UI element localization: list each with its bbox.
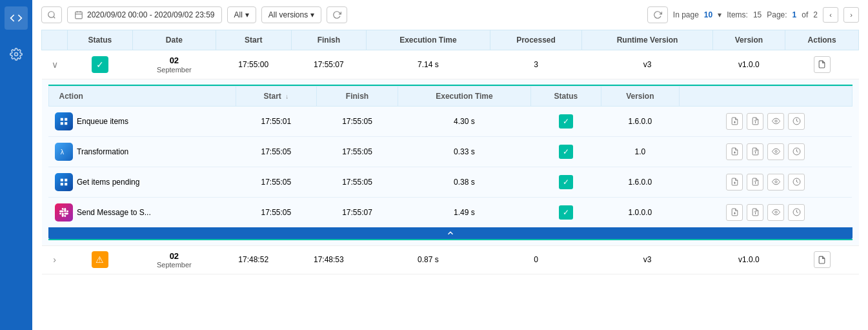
view-detail-button[interactable]	[767, 143, 784, 160]
view-log-button-2[interactable]	[814, 251, 831, 268]
start-cell: 17:48:52	[216, 245, 291, 274]
view-log-button[interactable]	[814, 56, 831, 73]
col-expand	[42, 30, 68, 50]
sub-table: Action Start ↓ Finish Execution Time Sta…	[48, 86, 853, 227]
filter-all-button[interactable]: All ▾	[227, 6, 256, 23]
svg-point-29	[775, 181, 777, 183]
enqueue-label: Enqueue items	[77, 117, 128, 126]
grid-icon	[59, 117, 68, 126]
sub-status: ✓	[531, 197, 601, 227]
exec-time-cell: 0.87 s	[367, 245, 490, 274]
sub-col-version: Version	[601, 86, 679, 106]
view-icon	[772, 178, 780, 186]
view-detail-button[interactable]	[767, 204, 784, 221]
metrics-button[interactable]	[788, 143, 805, 160]
view-detail-button[interactable]	[767, 174, 784, 191]
col-runtime-version: Runtime Version	[582, 30, 712, 50]
status-badge-success: ✓	[92, 56, 108, 73]
input-log-button[interactable]	[726, 113, 743, 130]
version-cell: v1.0.0	[712, 245, 785, 274]
refresh-icon	[653, 10, 662, 19]
sub-col-start: Start ↓	[236, 86, 317, 106]
output-log-button[interactable]	[747, 143, 763, 160]
date-range-button[interactable]: 2020/09/02 00:00 - 2020/09/02 23:59	[67, 6, 222, 23]
refresh-button[interactable]	[647, 6, 668, 23]
row-action-buttons	[792, 251, 853, 268]
status-cell: ✓	[68, 50, 133, 79]
finish-cell: 17:48:53	[291, 245, 367, 274]
input-log-button[interactable]	[726, 143, 743, 160]
expand-button[interactable]: ›	[53, 254, 56, 265]
metrics-button[interactable]	[788, 204, 805, 221]
svg-rect-24	[61, 183, 63, 185]
sub-status-badge: ✓	[559, 175, 573, 189]
sub-table-row: Enqueue items 17:55:01 17:55:05 4.30 s ✓…	[48, 106, 852, 136]
output-log-button[interactable]	[747, 204, 763, 221]
date-number: 02	[139, 56, 209, 66]
date-cell: 02 September	[132, 245, 216, 274]
expanded-row: Action Start ↓ Finish Execution Time Sta…	[42, 79, 859, 245]
col-exec-time: Execution Time	[367, 30, 490, 50]
metrics-button[interactable]	[788, 174, 805, 191]
code-icon[interactable]	[5, 6, 28, 30]
grid-icon2	[59, 178, 68, 187]
in-page-label: In page	[673, 10, 699, 19]
next-page-button[interactable]: ›	[843, 7, 859, 23]
sub-col-buttons	[679, 86, 852, 106]
expanded-cell: Action Start ↓ Finish Execution Time Sta…	[42, 79, 859, 245]
svg-rect-3	[76, 12, 83, 18]
prev-page-button[interactable]: ‹	[823, 7, 838, 23]
date-number: 02	[139, 251, 209, 262]
sub-finish: 17:55:05	[317, 136, 398, 167]
svg-point-14	[775, 120, 777, 122]
output-log-icon	[751, 178, 760, 186]
metrics-button[interactable]	[788, 113, 805, 130]
sub-status: ✓	[531, 136, 601, 167]
sub-action-buttons	[685, 143, 845, 160]
date-month: September	[139, 66, 209, 74]
row-action-buttons	[792, 56, 853, 73]
sub-actions	[679, 197, 852, 227]
settings-icon[interactable]	[5, 43, 28, 66]
view-detail-button[interactable]	[767, 113, 784, 130]
sub-action-cell: λ Transformation	[48, 136, 236, 167]
output-log-button[interactable]	[747, 113, 763, 130]
sub-version: 1.0	[601, 136, 679, 167]
sub-start: 17:55:05	[236, 136, 317, 167]
sub-col-finish: Finish	[317, 86, 398, 106]
sub-table-wrapper: Action Start ↓ Finish Execution Time Sta…	[48, 85, 853, 240]
clear-filter-button[interactable]	[327, 6, 347, 23]
sub-action-buttons	[685, 174, 845, 191]
collapse-bar[interactable]	[48, 227, 853, 239]
main-table-header: Status Date Start Finish Execution Time …	[42, 30, 859, 50]
svg-line-2	[54, 17, 56, 19]
col-start: Start	[216, 30, 291, 50]
collapse-button[interactable]: ∨	[52, 59, 58, 70]
status-cell: ⚠	[68, 245, 133, 274]
action-cell-content: Send Message to S...	[55, 203, 229, 222]
sub-actions	[679, 106, 852, 136]
action-cell-content: λ Transformation	[55, 143, 229, 161]
output-log-button[interactable]	[747, 174, 763, 191]
view-icon	[772, 208, 780, 216]
sub-exec-time: 0.38 s	[398, 167, 530, 197]
sub-action-cell: Enqueue items	[48, 106, 236, 136]
view-icon	[772, 117, 780, 125]
metrics-icon	[792, 117, 801, 125]
input-log-button[interactable]	[726, 204, 743, 221]
sub-table-header: Action Start ↓ Finish Execution Time Sta…	[48, 86, 852, 106]
sub-finish: 17:55:07	[317, 197, 398, 227]
toolbar: 2020/09/02 00:00 - 2020/09/02 23:59 All …	[41, 6, 859, 23]
sub-finish: 17:55:05	[317, 167, 398, 197]
search-button[interactable]	[41, 6, 62, 23]
version-select-button[interactable]: All versions ▾	[261, 6, 321, 23]
main-content: 2020/09/02 00:00 - 2020/09/02 23:59 All …	[32, 0, 868, 330]
sort-arrow: ↓	[285, 93, 288, 100]
per-page-select[interactable]: 10	[704, 10, 712, 19]
expand-cell: ›	[42, 245, 68, 274]
input-log-button[interactable]	[726, 174, 743, 191]
get-items-icon	[55, 173, 73, 191]
filter-all-label: All	[234, 10, 243, 19]
sub-col-exec-time: Execution Time	[398, 86, 530, 106]
col-processed: Processed	[490, 30, 582, 50]
